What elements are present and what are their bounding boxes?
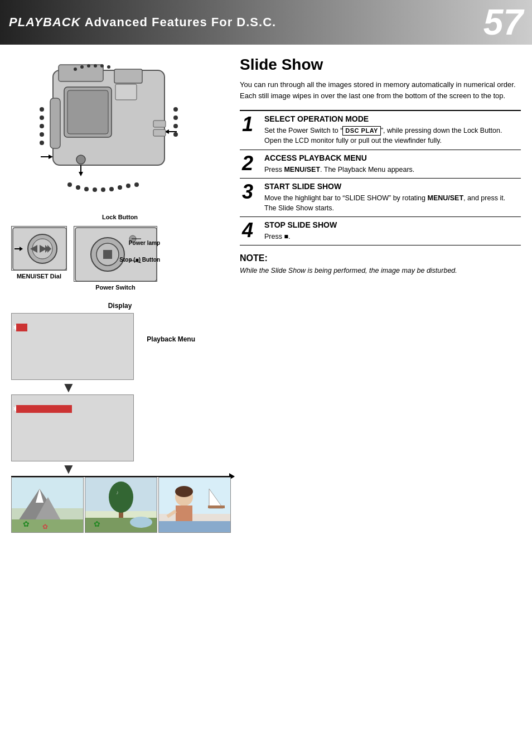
svg-text:✿: ✿	[94, 519, 100, 528]
note-title: NOTE:	[240, 253, 521, 263]
svg-rect-6	[50, 98, 60, 148]
screens-container: ✱ Playback Menu ▼ ✱ ▼	[11, 313, 229, 533]
step-2-text: Press MENU/SET. The Playback Menu appear…	[264, 165, 519, 175]
display-label: Display	[11, 302, 229, 310]
thumbnail-1: ✿ ✿	[11, 477, 84, 533]
lcd-screen-2: ✱	[11, 394, 134, 461]
step-4-text: Press ■.	[264, 232, 519, 242]
svg-text:♪: ♪	[116, 489, 119, 495]
svg-point-67	[109, 481, 133, 513]
power-lamp-label: Power lamp	[129, 240, 160, 246]
svg-point-12	[40, 141, 44, 145]
highlight-bar-long	[16, 405, 72, 413]
right-column: Slide Show You can run through all the i…	[240, 54, 521, 533]
svg-point-32	[93, 187, 97, 192]
svg-point-15	[173, 124, 178, 128]
step-1-content: SELECT OPERATION MODE Set the Power Swit…	[262, 111, 521, 150]
down-arrow-1: ▼	[61, 380, 76, 394]
svg-point-37	[134, 182, 139, 187]
svg-point-28	[107, 65, 110, 69]
power-switch-device: Power lamp Stop (■) Button Power Switch	[74, 226, 157, 291]
press-label: Press	[264, 166, 282, 174]
title-rest: Advanced Features For D.S.C.	[85, 15, 276, 29]
step-3-number: 3	[240, 179, 262, 205]
step-1-text: Set the Power Switch to “DSC PLAY”, whil…	[264, 126, 519, 146]
step-4: 4 STOP SLIDE SHOW Press ■.	[240, 217, 521, 245]
svg-point-16	[173, 132, 178, 137]
playback-menu-label: Playback Menu	[147, 335, 195, 343]
svg-point-25	[87, 64, 90, 68]
svg-point-30	[76, 185, 80, 190]
menu-set-device: MENU/SET Dial	[11, 226, 67, 280]
note-text: While the Slide Show is being performed,…	[240, 266, 521, 276]
svg-point-9	[40, 115, 44, 120]
step-2-heading: ACCESS PLAYBACK MENU	[264, 153, 519, 162]
svg-point-33	[101, 187, 105, 192]
step-4-number: 4	[240, 217, 262, 244]
display-section: Display ✱ Playback Menu ▼ ✱	[11, 302, 229, 533]
svg-point-7	[76, 155, 85, 164]
step-3-text: Move the highlight bar to “SLIDE SHOW” b…	[264, 193, 519, 213]
svg-rect-77	[176, 505, 192, 522]
svg-point-34	[109, 187, 114, 191]
svg-rect-5	[115, 84, 137, 100]
svg-point-35	[118, 185, 122, 190]
main-content: Lock Button	[0, 45, 532, 538]
step-3: 3 START SLIDE SHOW Move the highlight ba…	[240, 179, 521, 217]
step-3-heading: START SLIDE SHOW	[264, 182, 519, 191]
step-2: 2 ACCESS PLAYBACK MENU Press MENU/SET. T…	[240, 150, 521, 179]
intro-text: You can run through all the images store…	[240, 79, 521, 101]
svg-rect-53	[103, 250, 112, 259]
svg-text:✿: ✿	[42, 523, 48, 531]
svg-point-23	[74, 68, 77, 71]
title-playback: PLAYBACK	[9, 15, 81, 29]
svg-point-26	[94, 64, 97, 68]
camera-svg	[20, 54, 220, 210]
page-number: 57	[483, 4, 523, 40]
svg-point-11	[40, 132, 44, 137]
svg-point-31	[84, 187, 89, 191]
step-1-number: 1	[240, 111, 262, 138]
step-2-number: 2	[240, 150, 262, 177]
thumbnail-3	[158, 477, 231, 533]
svg-rect-3	[67, 90, 108, 134]
svg-point-78	[175, 486, 193, 497]
svg-point-36	[126, 184, 130, 188]
svg-rect-39	[153, 129, 166, 136]
svg-rect-4	[114, 69, 142, 83]
note-section: NOTE: While the Slide Show is being perf…	[240, 253, 521, 276]
svg-rect-75	[208, 505, 225, 508]
step-4-content: STOP SLIDE SHOW Press ■.	[262, 217, 521, 245]
devices-row: MENU/SET Dial	[11, 226, 229, 291]
menu-set-label: MENU/SET Dial	[17, 273, 61, 280]
header-title: PLAYBACK Advanced Features For D.S.C.	[9, 15, 276, 30]
step-4-heading: STOP SLIDE SHOW	[264, 220, 519, 229]
camera-diagram-area: Lock Button	[11, 54, 229, 220]
power-switch-box	[74, 226, 157, 282]
dsc-badge: DSC PLAY	[342, 126, 381, 136]
svg-point-13	[173, 107, 178, 112]
step-2-content: ACCESS PLAYBACK MENU Press MENU/SET. The…	[262, 150, 521, 178]
svg-point-14	[173, 115, 178, 120]
screen2-container: ✱	[11, 394, 134, 461]
svg-point-27	[100, 64, 104, 68]
stop-button-label: Stop (■) Button	[119, 257, 160, 263]
svg-point-24	[80, 65, 84, 69]
step-3-content: START SLIDE SHOW Move the highlight bar …	[262, 179, 521, 216]
menu-set-dial	[11, 226, 67, 271]
svg-point-8	[40, 107, 44, 112]
steps-container: 1 SELECT OPERATION MODE Set the Power Sw…	[240, 110, 521, 245]
page-header: PLAYBACK Advanced Features For D.S.C. 57	[0, 0, 532, 45]
screen1-container: ✱ Playback Menu	[11, 313, 134, 380]
svg-text:✿: ✿	[23, 519, 30, 528]
down-arrow-2: ▼	[61, 461, 76, 476]
slide-show-title: Slide Show	[240, 56, 521, 74]
step-1-heading: SELECT OPERATION MODE	[264, 114, 519, 123]
lock-button-label: Lock Button	[11, 214, 229, 220]
highlight-bar-short	[16, 324, 27, 331]
step-1: 1 SELECT OPERATION MODE Set the Power Sw…	[240, 111, 521, 150]
svg-rect-80	[159, 521, 231, 533]
svg-marker-20	[49, 155, 53, 159]
lcd-screen-1: ✱	[11, 313, 134, 380]
left-column: Lock Button	[11, 54, 229, 533]
